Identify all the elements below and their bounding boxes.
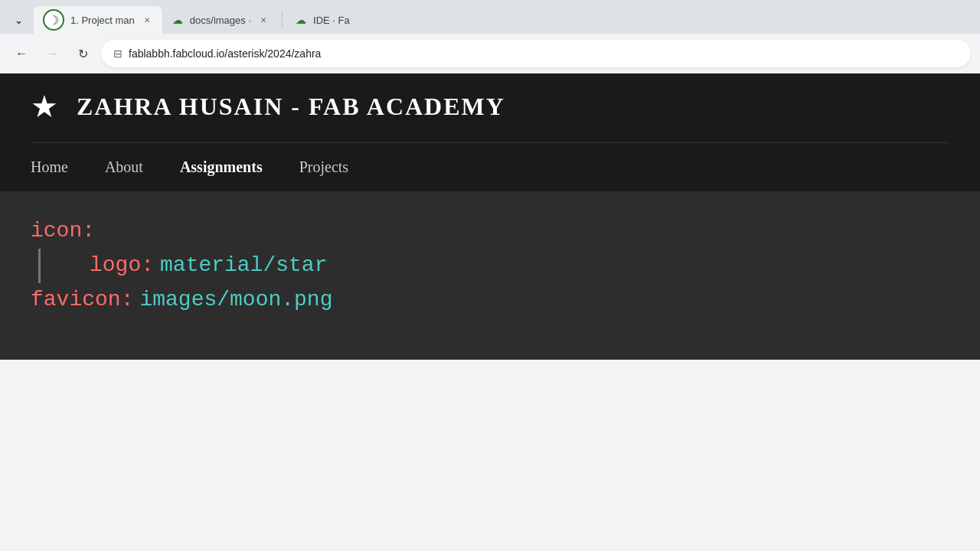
refresh-button[interactable]: ↻ bbox=[70, 41, 95, 66]
nav-item-about[interactable]: About bbox=[105, 152, 143, 182]
nav-item-projects[interactable]: Projects bbox=[299, 152, 348, 182]
address-bar-area: ← → ↻ ⊟ fablabbh.fabcloud.io/asterisk/20… bbox=[0, 34, 980, 73]
site-title: ZAHRA HUSAIN - FAB ACADEMY bbox=[77, 93, 505, 121]
website-content: ★ ZAHRA HUSAIN - FAB ACADEMY Home About … bbox=[0, 73, 980, 360]
address-bar[interactable]: ⊟ fablabbh.fabcloud.io/asterisk/2024/zah… bbox=[101, 40, 971, 67]
code-key-icon: icon bbox=[31, 214, 82, 249]
tab-divider bbox=[282, 12, 283, 28]
cloud-favicon-icon-2: ☁ bbox=[295, 14, 307, 26]
code-line-favicon: favicon: images/moon.png bbox=[31, 283, 949, 318]
code-colon-logo: : bbox=[141, 249, 154, 283]
site-logo-star-icon: ★ bbox=[31, 89, 58, 124]
code-value-favicon: images/moon.png bbox=[139, 283, 332, 318]
code-line-logo: logo: material/star bbox=[38, 249, 949, 283]
browser-chrome: ⌄ ☽ 1. Project man ✕ ☁ docs/images · ✕ ☁… bbox=[0, 0, 980, 73]
code-key-favicon: favicon bbox=[31, 283, 121, 318]
tab-bar: ⌄ ☽ 1. Project man ✕ ☁ docs/images · ✕ ☁… bbox=[0, 0, 980, 34]
moon-icon: ☽ bbox=[48, 13, 59, 28]
chevron-down-icon: ⌄ bbox=[15, 15, 23, 26]
back-button[interactable]: ← bbox=[9, 41, 34, 66]
tab-list-dropdown-button[interactable]: ⌄ bbox=[6, 8, 31, 32]
code-colon-favicon: : bbox=[121, 283, 134, 318]
code-value-logo: material/star bbox=[160, 249, 327, 283]
site-navbar: ★ ZAHRA HUSAIN - FAB ACADEMY Home About … bbox=[0, 73, 980, 191]
address-bar-icon: ⊟ bbox=[113, 47, 122, 60]
site-navigation: Home About Assignments Projects bbox=[31, 142, 949, 191]
tab-title: docs/images · bbox=[190, 15, 251, 26]
site-header: ★ ZAHRA HUSAIN - FAB ACADEMY bbox=[31, 89, 949, 142]
tab-close-button[interactable]: ✕ bbox=[141, 14, 153, 26]
tab-title: IDE · Fa bbox=[313, 15, 350, 26]
moon-favicon-icon: ☽ bbox=[43, 9, 64, 31]
code-key-logo: logo bbox=[90, 249, 141, 283]
nav-item-home[interactable]: Home bbox=[31, 152, 68, 182]
tab-docs-images[interactable]: ☁ docs/images · ✕ bbox=[162, 6, 279, 34]
tab-project-management[interactable]: ☽ 1. Project man ✕ bbox=[34, 6, 162, 34]
nav-item-assignments[interactable]: Assignments bbox=[180, 152, 263, 182]
tab-close-button[interactable]: ✕ bbox=[257, 14, 270, 26]
tab-ide[interactable]: ☁ IDE · Fa bbox=[286, 6, 359, 34]
address-text: fablabbh.fabcloud.io/asterisk/2024/zahra bbox=[129, 47, 959, 60]
code-line-icon: icon: bbox=[31, 214, 949, 249]
cloud-favicon-icon: ☁ bbox=[172, 14, 184, 26]
code-colon: : bbox=[82, 214, 95, 249]
code-editor-panel: icon: logo: material/star favicon: image… bbox=[0, 191, 980, 360]
tab-title: 1. Project man bbox=[70, 15, 135, 26]
forward-button[interactable]: → bbox=[40, 41, 64, 66]
